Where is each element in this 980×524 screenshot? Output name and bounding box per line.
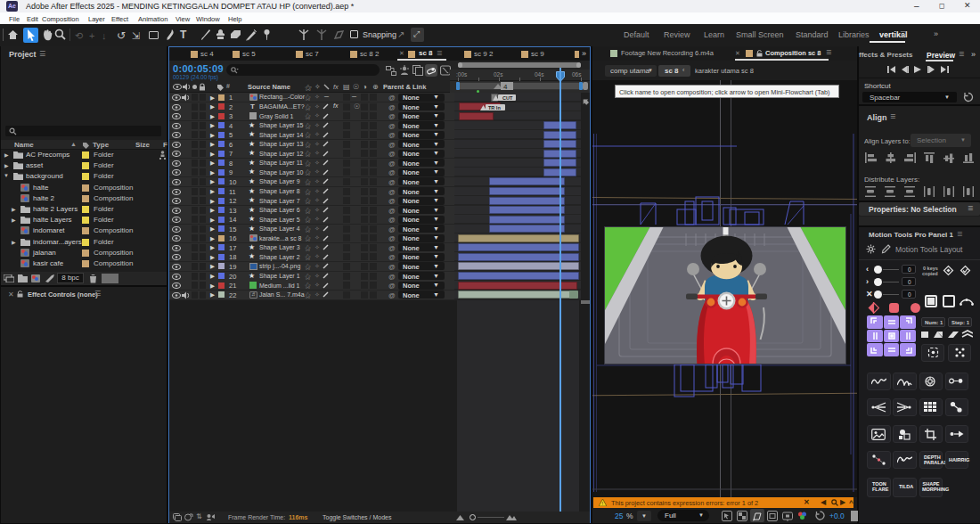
svg-text:4: 4: [503, 83, 508, 91]
